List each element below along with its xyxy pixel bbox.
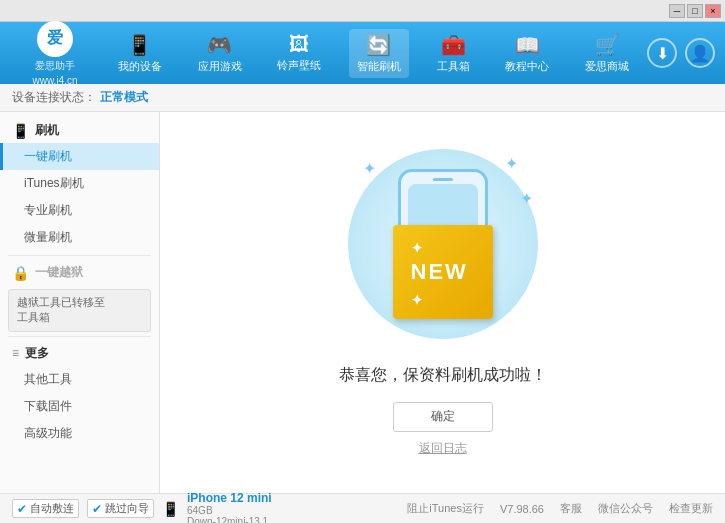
micro-flash-label: 微量刷机 <box>24 230 72 244</box>
auto-connect-label: 自动敷连 <box>30 501 74 516</box>
smart-flash-label: 智能刷机 <box>357 59 401 74</box>
window-controls[interactable]: ─ □ × <box>669 4 721 18</box>
user-nav-button[interactable]: 👤 <box>685 38 715 68</box>
apps-games-label: 应用游戏 <box>198 59 242 74</box>
wallpaper-label: 铃声壁纸 <box>277 58 321 73</box>
back-link[interactable]: 返回日志 <box>419 440 467 457</box>
wallpaper-icon: 🖼 <box>289 33 309 56</box>
flash-section-label: 刷机 <box>35 122 59 139</box>
auto-connect-check-icon: ✔ <box>17 502 27 516</box>
sparkle-3: ✦ <box>520 189 533 208</box>
more-section-label: 更多 <box>25 345 49 362</box>
sidebar-item-itunes-flash[interactable]: iTunes刷机 <box>0 170 159 197</box>
version-label: V7.98.66 <box>500 503 544 515</box>
nav-toolbox[interactable]: 🧰 工具箱 <box>429 29 478 78</box>
nav-mall[interactable]: 🛒 爱思商城 <box>577 29 637 78</box>
device-storage: 64GB <box>187 505 272 516</box>
jailbreak-label: 一键越狱 <box>35 264 83 281</box>
skip-wizard-label: 跳过向导 <box>105 501 149 516</box>
toolbox-icon: 🧰 <box>441 33 466 57</box>
advanced-label: 高级功能 <box>24 426 72 440</box>
itunes-flash-label: iTunes刷机 <box>24 176 84 190</box>
more-section: ≡ 更多 其他工具 下载固件 高级功能 <box>0 341 159 447</box>
phone-speaker <box>433 178 453 181</box>
smart-flash-icon: 🔄 <box>366 33 391 57</box>
status-value: 正常模式 <box>100 89 148 106</box>
jailbreak-warning-text: 越狱工具已转移至工具箱 <box>17 296 105 323</box>
status-label: 设备连接状态： <box>12 89 96 106</box>
nav-smart-flash[interactable]: 🔄 智能刷机 <box>349 29 409 78</box>
device-info: iPhone 12 mini 64GB Down-12mini-13,1 <box>187 491 272 524</box>
wechat-link[interactable]: 微信公众号 <box>598 501 653 516</box>
nav-my-device[interactable]: 📱 我的设备 <box>110 29 170 78</box>
divider-2 <box>8 336 151 337</box>
pro-flash-label: 专业刷机 <box>24 203 72 217</box>
auto-connect-checkbox[interactable]: ✔ 自动敷连 <box>12 499 79 518</box>
support-link[interactable]: 客服 <box>560 501 582 516</box>
confirm-button[interactable]: 确定 <box>393 402 493 432</box>
sparkle-1: ✦ <box>363 159 376 178</box>
skip-wizard-check-icon: ✔ <box>92 502 102 516</box>
nav-tutorial[interactable]: 📖 教程中心 <box>497 29 557 78</box>
sidebar-item-micro-flash[interactable]: 微量刷机 <box>0 224 159 251</box>
title-bar: ─ □ × <box>0 0 725 22</box>
one-key-flash-label: 一键刷机 <box>24 149 72 163</box>
my-device-icon: 📱 <box>127 33 152 57</box>
success-message: 恭喜您，保资料刷机成功啦！ <box>339 365 547 386</box>
toolbox-label: 工具箱 <box>437 59 470 74</box>
sidebar-item-other-tools[interactable]: 其他工具 <box>0 366 159 393</box>
logo-line2: www.i4.cn <box>32 75 77 86</box>
bottom-right: 阻止iTunes运行 V7.98.66 客服 微信公众号 检查更新 <box>407 501 713 516</box>
sidebar-item-download-firmware[interactable]: 下载固件 <box>0 393 159 420</box>
nav-wallpaper[interactable]: 🖼 铃声壁纸 <box>269 29 329 77</box>
maximize-button[interactable]: □ <box>687 4 703 18</box>
jailbreak-section: 🔒 一键越狱 越狱工具已转移至工具箱 <box>0 260 159 332</box>
sidebar-item-advanced[interactable]: 高级功能 <box>0 420 159 447</box>
main-layout: 📱 刷机 一键刷机 iTunes刷机 专业刷机 微量刷机 🔒 一键越狱 <box>0 112 725 493</box>
success-illustration: ✦ ✦ ✦ NEW <box>343 149 543 349</box>
flash-section-header: 📱 刷机 <box>0 118 159 143</box>
close-button[interactable]: × <box>705 4 721 18</box>
status-bar: 设备连接状态： 正常模式 <box>0 84 725 112</box>
more-section-header: ≡ 更多 <box>0 341 159 366</box>
jailbreak-warning: 越狱工具已转移至工具箱 <box>8 289 151 332</box>
top-nav: 爱 爱思助手 www.i4.cn 📱 我的设备 🎮 应用游戏 🖼 铃声壁纸 🔄 … <box>0 22 725 84</box>
nav-right-buttons: ⬇ 👤 <box>647 38 715 68</box>
logo-icon: 爱 <box>37 21 73 57</box>
more-lines-icon: ≡ <box>12 346 19 360</box>
bottom-left: ✔ 自动敷连 ✔ 跳过向导 📱 iPhone 12 mini 64GB Down… <box>12 491 272 524</box>
divider-1 <box>8 255 151 256</box>
nav-items: 📱 我的设备 🎮 应用游戏 🖼 铃声壁纸 🔄 智能刷机 🧰 工具箱 📖 教程中心… <box>100 29 647 78</box>
apps-games-icon: 🎮 <box>207 33 232 57</box>
nav-apps-games[interactable]: 🎮 应用游戏 <box>190 29 250 78</box>
flash-section-icon: 📱 <box>12 123 29 139</box>
flash-section: 📱 刷机 一键刷机 iTunes刷机 专业刷机 微量刷机 <box>0 118 159 251</box>
new-badge: NEW <box>393 225 493 319</box>
content-area: ✦ ✦ ✦ NEW 恭喜您，保资料刷机成功啦！ 确定 返回日志 <box>160 112 725 493</box>
logo-line1: 爱思助手 <box>35 59 75 73</box>
my-device-label: 我的设备 <box>118 59 162 74</box>
device-phone-icon: 📱 <box>162 501 179 517</box>
jailbreak-lock-icon: 🔒 <box>12 265 29 281</box>
jailbreak-section-header: 🔒 一键越狱 <box>0 260 159 285</box>
device-name: iPhone 12 mini <box>187 491 272 505</box>
mall-label: 爱思商城 <box>585 59 629 74</box>
other-tools-label: 其他工具 <box>24 372 72 386</box>
minimize-button[interactable]: ─ <box>669 4 685 18</box>
device-model: Down-12mini-13,1 <box>187 516 272 524</box>
stop-itunes-label[interactable]: 阻止iTunes运行 <box>407 501 484 516</box>
check-update-link[interactable]: 检查更新 <box>669 501 713 516</box>
bottom-bar: ✔ 自动敷连 ✔ 跳过向导 📱 iPhone 12 mini 64GB Down… <box>0 493 725 523</box>
sidebar-item-one-key-flash[interactable]: 一键刷机 <box>0 143 159 170</box>
tutorial-label: 教程中心 <box>505 59 549 74</box>
logo-area: 爱 爱思助手 www.i4.cn <box>10 21 100 86</box>
tutorial-icon: 📖 <box>515 33 540 57</box>
sidebar: 📱 刷机 一键刷机 iTunes刷机 专业刷机 微量刷机 🔒 一键越狱 <box>0 112 160 493</box>
sparkle-2: ✦ <box>505 154 518 173</box>
skip-wizard-checkbox[interactable]: ✔ 跳过向导 <box>87 499 154 518</box>
download-nav-button[interactable]: ⬇ <box>647 38 677 68</box>
mall-icon: 🛒 <box>595 33 620 57</box>
sidebar-item-pro-flash[interactable]: 专业刷机 <box>0 197 159 224</box>
download-firmware-label: 下载固件 <box>24 399 72 413</box>
